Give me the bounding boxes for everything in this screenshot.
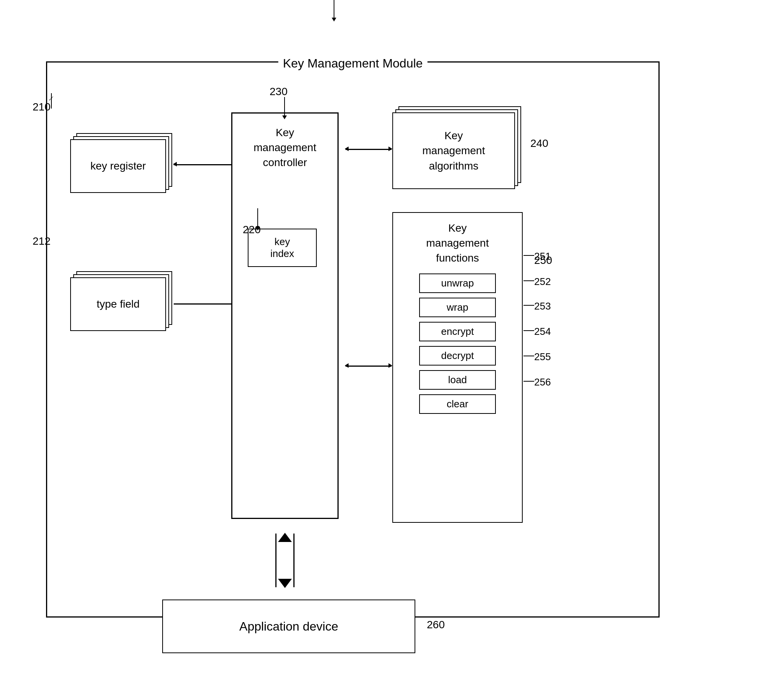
func-decrypt: decrypt (419, 346, 496, 366)
arrow-kmc-kmf (346, 366, 392, 367)
key-register-box: key register (70, 139, 166, 193)
line-254 (523, 330, 534, 331)
kma-box: Key management algorithms (392, 112, 515, 189)
app-device-box: Application device (162, 600, 415, 653)
ref-253: 253 (534, 300, 551, 312)
func-unwrap: unwrap (419, 273, 496, 293)
kmm-box: Key Management Module 210 ⟋ key register… (46, 61, 660, 618)
ref-256: 256 (534, 376, 551, 388)
ref-254: 254 (534, 326, 551, 338)
arrow-230 (284, 97, 285, 116)
kmf-title: Key management functions (393, 221, 522, 266)
line-251 (523, 255, 534, 256)
arrow-hook-210: ⟋ (47, 94, 55, 103)
arrow-200 (334, 0, 334, 18)
ref-260: 260 (427, 619, 445, 631)
key-register-label: key register (91, 160, 146, 172)
app-device-label: Application device (239, 619, 338, 634)
kma-label: Key management algorithms (422, 128, 485, 173)
ref-252: 252 (534, 276, 551, 288)
type-field-label: type field (97, 298, 140, 310)
kmm-title: Key Management Module (278, 56, 428, 71)
arrow-down-container (262, 530, 308, 591)
func-wrap: wrap (419, 298, 496, 317)
diagram: 200 Key Management Module 210 ⟋ key regi… (31, 23, 729, 698)
line-252 (523, 280, 534, 281)
kmf-box: Key management functions unwrap wrap enc… (392, 212, 523, 523)
arrow-kr-kmc (174, 164, 235, 165)
kmc-title: Key management controller (232, 125, 337, 170)
key-index-label: key index (270, 236, 294, 260)
ref-240: 240 (530, 137, 548, 150)
func-encrypt: encrypt (419, 322, 496, 341)
type-field-box: type field (70, 277, 166, 331)
line-256 (523, 381, 534, 382)
ref-255: 255 (534, 351, 551, 363)
func-clear: clear (419, 394, 496, 414)
arrow-down-bi (275, 534, 295, 587)
ref-230: 230 (270, 86, 288, 98)
arrow-220 (257, 208, 258, 227)
func-load: load (419, 370, 496, 390)
line-253 (523, 305, 534, 306)
arrow-tf-kmc (174, 303, 235, 305)
ref-251: 251 (534, 250, 551, 262)
kmc-box: Key management controller key index (231, 112, 339, 519)
arrow-kmc-kma (346, 149, 392, 150)
line-255 (523, 356, 534, 356)
ref-212: 212 (33, 235, 51, 247)
